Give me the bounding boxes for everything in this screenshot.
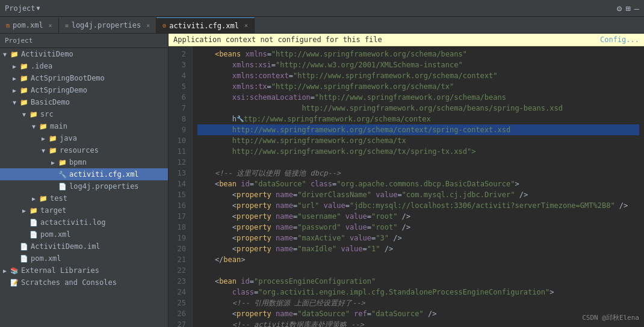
sidebar-item-actspringbootdemo[interactable]: ▶ 📁 ActSpringBootDemo xyxy=(0,72,168,84)
code-token: ttp://www.springframework.org/schema/con… xyxy=(244,114,431,124)
sidebar-item-test[interactable]: ▶ 📁 test xyxy=(0,192,168,204)
tree-arrow-main: ▼ xyxy=(29,123,39,130)
code-line-18: <property name="password" value="root" /… xyxy=(197,222,639,233)
code-token: <!-- 这里可以使用 链接池 dbcp--> xyxy=(215,168,341,179)
sidebar-item-pom-xml[interactable]: 📄 pom.xml xyxy=(0,228,168,240)
code-content[interactable]: <beans xmlns="http://www.springframework… xyxy=(193,46,644,327)
code-token xyxy=(197,168,215,179)
code-token: id xyxy=(237,179,250,189)
code-token: value xyxy=(319,200,345,211)
code-token: < xyxy=(197,179,219,189)
code-token: value xyxy=(336,243,362,254)
tab-pom[interactable]: m pom.xml × xyxy=(0,17,59,33)
code-token: = xyxy=(254,287,258,298)
tree-icon-resources: 📁 xyxy=(48,145,58,155)
sidebar-item-idea[interactable]: ▶ 📁 .idea xyxy=(0,60,168,72)
code-token xyxy=(197,49,215,60)
tree-label-activitidemo: ActivitiDemo xyxy=(21,50,168,58)
code-token: xmlns:tx xyxy=(197,81,267,92)
tree-icon-actspringbootdemo: 📁 xyxy=(19,73,29,83)
code-token: /> xyxy=(615,200,628,211)
sidebar-item-target[interactable]: ▶ 📁 target xyxy=(0,204,168,216)
code-token: value xyxy=(371,189,397,200)
sidebar-item-scratches[interactable]: 📝 Scratches and Consoles xyxy=(0,277,168,289)
code-token: "username" xyxy=(297,211,341,222)
close-pom-tab[interactable]: × xyxy=(49,22,52,29)
code-line-7: http://www.springframework.org/schema/be… xyxy=(197,103,639,114)
tree-icon-actspringdemo: 📁 xyxy=(19,85,29,95)
sidebar-title: Project xyxy=(5,37,33,44)
code-token: = xyxy=(367,211,371,222)
tree-arrow-test: ▶ xyxy=(29,195,39,202)
code-token: "root" xyxy=(371,222,397,233)
line-num-15: 15 xyxy=(169,189,188,200)
code-token: http://www.springframework.org/schema/tx… xyxy=(197,146,475,157)
tree-arrow-actspringbootdemo: ▶ xyxy=(10,75,19,82)
code-token: > xyxy=(241,254,245,265)
sidebar-item-resources[interactable]: ▼ 📁 resources xyxy=(0,144,168,156)
code-token: = xyxy=(367,222,371,233)
tree-label-resources: resources xyxy=(60,146,168,154)
code-token: < xyxy=(197,276,219,287)
code-line-22 xyxy=(197,265,639,276)
code-token: bean xyxy=(219,276,237,287)
dropdown-arrow[interactable]: ▼ xyxy=(37,5,40,11)
tree-icon-activitidemo: 📁 xyxy=(10,49,19,59)
code-token: xsi:schemaLocation xyxy=(197,92,311,103)
sidebar-item-activiti-cfg[interactable]: 🔧 activiti.cfg.xml xyxy=(0,168,168,180)
code-token: /> xyxy=(397,222,410,233)
tree-label-target: target xyxy=(40,206,168,215)
code-token: name xyxy=(271,222,293,233)
sidebar-item-actactiviti-log[interactable]: 📄 actactiviti.log xyxy=(0,216,168,228)
line-num-18: 18 xyxy=(169,222,188,233)
code-token: http://www.springframework.org/schema/co… xyxy=(197,124,510,135)
sidebar-item-basicdemo[interactable]: ▼ 📁 BasicDemo xyxy=(0,96,168,108)
line-num-12: 12 xyxy=(169,157,188,168)
tree-arrow-resources: ▼ xyxy=(39,147,48,154)
main-layout: Project ▼ 📁 ActivitiDemo ▶ 📁 .idea ▶ 📁 A… xyxy=(0,34,644,327)
code-token: name xyxy=(271,243,293,254)
code-token: "jdbc:mysql://localhost:3306/activiti?se… xyxy=(350,200,615,211)
close-log4j-tab[interactable]: × xyxy=(146,22,150,29)
code-token: = xyxy=(367,308,371,319)
notice-bar: Application context not configured for t… xyxy=(169,34,644,46)
sidebar-item-bpmn[interactable]: ▶ 📁 bpmn xyxy=(0,156,168,168)
sidebar-item-actspringdemo[interactable]: ▶ 📁 ActSpringDemo xyxy=(0,84,168,96)
sidebar-content[interactable]: ▼ 📁 ActivitiDemo ▶ 📁 .idea ▶ 📁 ActSpring… xyxy=(0,48,168,327)
sidebar-item-activitidemo-iml[interactable]: 📄 ActivitiDemo.iml xyxy=(0,240,168,252)
line-num-11: 11 xyxy=(169,146,188,157)
code-token: < xyxy=(197,211,237,222)
code-token: < xyxy=(197,200,237,211)
sidebar-item-src[interactable]: ▼ 📁 src xyxy=(0,108,168,120)
close-activiti-tab[interactable]: × xyxy=(244,22,248,29)
sidebar-item-external-libraries[interactable]: ▶ 📚 External Libraries xyxy=(0,264,168,277)
code-token: = xyxy=(293,211,297,222)
code-line-20: <property name="maxIdle" value="1" /> xyxy=(197,243,639,254)
sidebar-item-pom-xml-root[interactable]: 📄 pom.xml xyxy=(0,252,168,264)
grid-icon[interactable]: ⊞ xyxy=(625,4,630,13)
minimize-icon[interactable]: — xyxy=(634,4,639,13)
code-token: "org.activiti.engine.impl.cfg.Standalone… xyxy=(258,287,550,298)
sidebar-item-log4j-props[interactable]: 📄 log4j.properties xyxy=(0,180,168,192)
code-token: bean xyxy=(223,254,241,265)
tree-arrow-basicdemo: ▼ xyxy=(10,99,19,106)
project-dropdown[interactable]: Project xyxy=(5,4,36,13)
tree-label-actspringdemo: ActSpringDemo xyxy=(31,86,168,94)
tab-log4j[interactable]: ≡ log4j.properties × xyxy=(59,17,157,33)
code-line-15: <property name="driverClassName" value="… xyxy=(197,189,639,200)
line-num-24: 24 xyxy=(169,287,188,298)
line-num-25: 25 xyxy=(169,298,188,308)
code-token: = xyxy=(267,49,271,60)
sidebar-item-main[interactable]: ▼ 📁 main xyxy=(0,120,168,132)
sidebar-item-activitidemo[interactable]: ▼ 📁 ActivitiDemo xyxy=(0,48,168,60)
sidebar-item-java[interactable]: ▶ 📁 java xyxy=(0,132,168,144)
code-token: </ xyxy=(197,254,223,265)
tree-arrow-actspringdemo: ▶ xyxy=(10,87,19,94)
settings-icon[interactable]: ⚙ xyxy=(617,4,622,13)
config-link[interactable]: Config... xyxy=(600,35,639,44)
tree-icon-bpmn: 📁 xyxy=(58,157,67,167)
tab-activiti[interactable]: ⚙ activiti.cfg.xml × xyxy=(156,17,255,33)
tree-icon-java: 📁 xyxy=(48,133,58,143)
code-token: 🔧 xyxy=(237,114,244,124)
code-token: "password" xyxy=(297,222,341,233)
